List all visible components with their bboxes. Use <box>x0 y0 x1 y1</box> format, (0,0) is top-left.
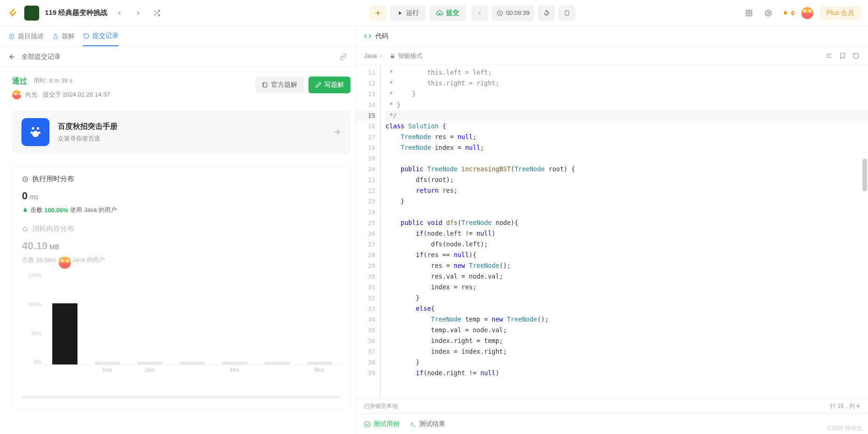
cursor-pos: 行 15，列 4 <box>830 402 860 410</box>
svg-rect-6 <box>749 14 752 16</box>
memory-icon <box>22 226 28 232</box>
problem-set-icon[interactable] <box>24 6 39 21</box>
link-icon[interactable] <box>339 53 347 61</box>
doc-icon <box>8 33 15 40</box>
run-button[interactable]: 运行 <box>390 5 426 21</box>
submit-button[interactable]: 提交 <box>429 5 466 21</box>
back-arrow-icon[interactable] <box>8 53 16 61</box>
user-avatar <box>12 90 21 99</box>
right-panel: 代码 Java 智能模式 111213141516171819202122232… <box>356 26 868 434</box>
promo-title: 百度秋招突击手册 <box>58 122 118 132</box>
write-solution-button[interactable]: 写题解 <box>308 77 350 93</box>
reset-icon[interactable] <box>853 52 860 59</box>
svg-point-9 <box>32 127 34 129</box>
clap-icon <box>22 207 28 213</box>
code-editor[interactable]: 1112131415161718192021222324252627282930… <box>356 65 868 399</box>
official-solution-button[interactable]: 官方题解 <box>255 77 304 93</box>
edit-icon <box>315 82 322 88</box>
svg-rect-15 <box>391 56 394 58</box>
svg-rect-3 <box>746 10 749 13</box>
left-panel: 题目描述 题解 提交记录 全部提交记录 通过 用时: 8 m 39 s 向光. <box>0 26 356 434</box>
svg-point-10 <box>37 127 39 129</box>
submit-label: 提交 <box>446 9 459 17</box>
problem-title: 119 经典题变种挑战 <box>45 8 107 17</box>
svg-point-0 <box>377 12 379 14</box>
run-controls: 运行 提交 <box>370 5 466 21</box>
tab-solution[interactable]: 题解 <box>52 26 75 46</box>
left-tabs: 题目描述 题解 提交记录 <box>0 26 355 47</box>
promo-card[interactable]: 百度秋招突击手册 众里寻你签百度 <box>12 111 350 154</box>
status-time: 用时: 8 m 39 s <box>34 77 72 85</box>
subhead-title: 全部提交记录 <box>21 53 61 61</box>
left-scroll[interactable]: 通过 用时: 8 m 39 s 向光. 提交于 2024.02.20 14:37… <box>0 67 355 434</box>
chevron-right-icon <box>333 128 341 136</box>
runtime-stats-card: 执行用时分布 0ms 击败 100.00% 使用 Java 的用户 消耗内存分布… <box>12 165 350 408</box>
bookmark-icon[interactable] <box>839 52 846 59</box>
plus-button[interactable]: Plus 会员 <box>820 6 861 20</box>
fire-icon <box>782 9 789 17</box>
svg-rect-5 <box>746 14 749 16</box>
terminal-icon <box>410 421 416 427</box>
settings-icon[interactable] <box>762 7 775 20</box>
svg-rect-16 <box>365 421 370 427</box>
notes-button[interactable] <box>559 5 575 21</box>
dashboard-icon[interactable] <box>742 7 756 20</box>
code-tab-icon <box>364 33 371 40</box>
next-button[interactable] <box>132 7 145 20</box>
editor-scrollbar[interactable] <box>862 159 867 191</box>
header: 119 经典题变种挑战 运行 提交 00:08:39 6 Plus 会员 <box>0 0 868 26</box>
language-selector[interactable]: Java <box>364 52 383 59</box>
code-subhead: Java 智能模式 <box>356 47 868 65</box>
history-icon <box>83 33 90 39</box>
user-name: 向光. <box>25 91 39 99</box>
play-icon <box>397 10 403 16</box>
tab-test-results[interactable]: 测试结果 <box>410 420 445 428</box>
status-pass: 通过 <box>12 77 27 86</box>
test-bar: 测试用例 测试结果 <box>356 413 868 434</box>
code-footer: 已存储至本地 行 15，列 4 <box>356 399 868 413</box>
tab-submissions[interactable]: 提交记录 <box>83 26 119 46</box>
timer[interactable]: 00:08:39 <box>492 5 534 21</box>
clock-icon <box>22 176 28 182</box>
runtime-chart: 0%50%100%150% 1ms2ms4ms8ms <box>22 273 341 380</box>
submissions-subhead: 全部提交记录 <box>0 47 355 67</box>
svg-point-7 <box>768 12 770 14</box>
runtime-value: 0 <box>22 190 28 202</box>
saved-status: 已存储至本地 <box>364 402 398 410</box>
baidu-icon <box>21 118 49 146</box>
shuffle-button[interactable] <box>150 7 163 20</box>
runtime-unit: ms <box>29 193 38 201</box>
timer-icon <box>497 10 503 16</box>
svg-rect-4 <box>749 10 752 13</box>
memory-unit: MB <box>49 243 59 251</box>
timer-value: 00:08:39 <box>506 9 530 16</box>
header-right: 6 Plus 会员 <box>742 6 861 20</box>
code-title: 代码 <box>375 32 388 41</box>
cloud-upload-icon <box>436 9 443 17</box>
runtime-title: 执行用时分布 <box>32 175 74 183</box>
timer-prev-button[interactable] <box>471 5 488 21</box>
run-label: 运行 <box>406 9 419 17</box>
promo-sub: 众里寻你签百度 <box>58 134 118 143</box>
check-square-icon <box>364 421 371 427</box>
chart-slider[interactable] <box>22 396 341 399</box>
lock-icon <box>390 53 395 59</box>
svg-rect-2 <box>565 11 569 15</box>
main: 题目描述 题解 提交记录 全部提交记录 通过 用时: 8 m 39 s 向光. <box>0 26 868 434</box>
tab-description[interactable]: 题目描述 <box>8 26 44 46</box>
book-icon <box>262 82 268 88</box>
format-icon[interactable] <box>826 52 833 59</box>
streak-count: 6 <box>791 9 795 17</box>
tab-test-cases[interactable]: 测试用例 <box>364 420 399 428</box>
smart-mode[interactable]: 智能模式 <box>390 52 422 60</box>
timer-reset-button[interactable] <box>538 5 555 21</box>
debug-button[interactable] <box>370 5 386 21</box>
prev-button[interactable] <box>113 7 126 20</box>
streak[interactable]: 6 <box>782 9 795 17</box>
avatar[interactable] <box>801 7 813 19</box>
leetcode-logo-icon[interactable] <box>7 7 19 19</box>
code-header: 代码 <box>356 26 868 47</box>
chevron-down-icon <box>378 54 383 58</box>
memory-title: 消耗内存分布 <box>32 224 74 233</box>
memory-value: 40.19 <box>22 240 48 252</box>
